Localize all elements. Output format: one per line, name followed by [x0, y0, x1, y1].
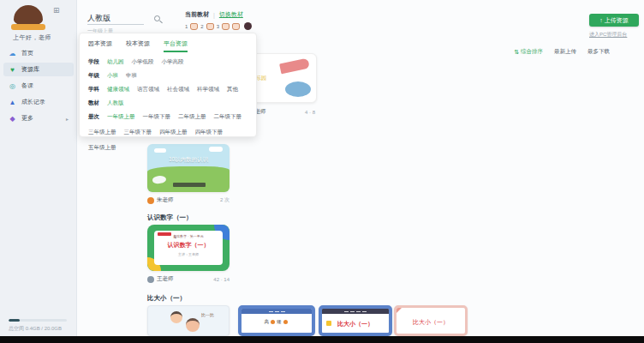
- storage-progress-bar: [9, 319, 67, 322]
- sidebar-item-more[interactable]: ◆ 更多 ▸: [3, 111, 74, 125]
- storage-meter: 总空间 0.4GB / 20.0GB: [9, 319, 69, 333]
- uploader-name: 朱老师: [157, 196, 174, 204]
- filter-label: 学科: [88, 86, 99, 93]
- pc-admin-link[interactable]: 进入PC管理后台: [589, 31, 627, 39]
- filter-option[interactable]: 三年级上册: [88, 129, 116, 136]
- sidebar-item-label: 备课: [21, 81, 33, 90]
- filter-option[interactable]: 小班: [107, 72, 118, 80]
- sidebar-item-home[interactable]: ☁ 首页: [3, 46, 74, 60]
- filter-option[interactable]: 中班: [126, 72, 137, 80]
- filter-option[interactable]: 二年级上册: [178, 113, 206, 121]
- bottom-letterbox-bar: [0, 336, 644, 343]
- card-caption: 王老师 42 · 14: [147, 275, 230, 283]
- filter-option[interactable]: 小学低段: [132, 58, 154, 66]
- resource-card[interactable]: 高矮: [238, 305, 315, 336]
- card-title: 比大小（一）: [397, 318, 465, 327]
- tab-platform-resources[interactable]: 平台资源: [164, 39, 188, 52]
- card-top-bar: [322, 309, 389, 314]
- unit-badge-icon[interactable]: [232, 23, 240, 30]
- filter-option[interactable]: 四年级上册: [159, 129, 188, 136]
- card-inner: 趣味数学 · 第一单元 认识数字（一） 主讲：王老师: [154, 231, 223, 265]
- avatar[interactable]: [244, 22, 252, 30]
- sidebar-item-label: 资源库: [21, 65, 39, 74]
- unit-badge-icon[interactable]: [190, 23, 198, 30]
- unit-badge-icon[interactable]: [222, 23, 230, 30]
- material-label: 当前教材: [185, 10, 209, 19]
- section-header: 认识数字（一）: [147, 214, 193, 222]
- sort-arrows-icon: ⇅: [514, 49, 519, 56]
- filter-label: 学段: [88, 58, 99, 66]
- resource-card[interactable]: 比大小（一）: [394, 305, 468, 336]
- filter-option[interactable]: 科学领域: [197, 86, 219, 93]
- card-subtitle: 主讲：王老师: [154, 252, 223, 256]
- sidebar-item-growth[interactable]: ▲ 成长记录: [3, 95, 74, 109]
- section-header: 比大小（一）: [147, 294, 186, 303]
- resource-card[interactable]: 比一比: [147, 305, 230, 336]
- filter-row-grade: 年级 小班 中班: [88, 72, 251, 80]
- filter-option[interactable]: 健康领域: [107, 86, 129, 93]
- app-window: ⊞ 上午好，老师 ☁ 首页 ♥ 资源库 ◎ 备课 ▲ 成长记录 ◆ 更多 ▸: [0, 0, 644, 343]
- card-title: 比大小（一）: [322, 320, 389, 328]
- filter-option[interactable]: 二年级下册: [214, 113, 242, 121]
- filter-row-textbook: 教材 人教版: [88, 99, 251, 107]
- filter-option[interactable]: 幼儿园: [107, 58, 124, 66]
- filter-option[interactable]: 一年级下册: [143, 113, 171, 121]
- filter-row-subject: 学科 健康领域 语言领域 社会领域 科学领域 其他: [88, 86, 251, 93]
- sort-bar: ⇅ 综合排序 最新上传 最多下载: [514, 48, 610, 56]
- filter-dropdown-panel: 园本资源 校本资源 平台资源 学段 幼儿园 小学低段 小学高段 年级 小班 中班…: [79, 33, 257, 137]
- filter-label: 教材: [88, 99, 99, 107]
- filter-row-stage: 学段 幼儿园 小学低段 小学高段: [88, 58, 251, 66]
- sidebar-item-label: 成长记录: [21, 98, 45, 106]
- filter-option[interactable]: 一年级上册: [107, 113, 135, 121]
- upload-button[interactable]: ↑ 上传资源: [589, 14, 639, 27]
- blue-blob-illustration: [285, 81, 311, 97]
- card-content: 高矮: [242, 319, 312, 325]
- sort-option-label: 综合排序: [521, 48, 543, 56]
- upload-arrow-icon: ↑: [599, 17, 603, 23]
- tab-campus-resources[interactable]: 校本资源: [126, 39, 150, 52]
- greeting-text: 上午好，老师: [13, 33, 51, 42]
- sidebar-nav: ☁ 首页 ♥ 资源库 ◎ 备课 ▲ 成长记录 ◆ 更多 ▸: [3, 46, 74, 128]
- filter-label: 年级: [88, 72, 99, 80]
- prep-ring-icon: ◎: [9, 82, 16, 90]
- unit-number: 3: [217, 24, 219, 29]
- search-input[interactable]: [87, 12, 144, 25]
- filter-row-volume: 册次 一年级上册 一年级下册 二年级上册 二年级下册 三年级上册 三年级下册 四…: [88, 113, 251, 152]
- sort-option-downloads[interactable]: 最多下载: [587, 48, 610, 56]
- divider: |: [213, 12, 215, 18]
- resource-card[interactable]: 趣味数学 · 第一单元 认识数字（一） 主讲：王老师: [147, 225, 230, 271]
- sort-option-newest[interactable]: 最新上传: [554, 48, 576, 56]
- search-icon[interactable]: [154, 15, 160, 21]
- card-top-bar: [242, 309, 312, 314]
- chevron-right-icon: ▸: [66, 116, 69, 122]
- filter-option[interactable]: 社会领域: [167, 86, 189, 93]
- material-switcher: 当前教材 | 切换教材: [185, 10, 243, 19]
- resource-card[interactable]: 比大小（一）: [319, 305, 392, 336]
- sidebar-item-resources[interactable]: ♥ 资源库: [3, 63, 74, 76]
- filter-option[interactable]: 三年级下册: [124, 129, 152, 136]
- sidebar-item-prep[interactable]: ◎ 备课: [3, 79, 74, 93]
- resource-heart-icon: ♥: [9, 66, 16, 74]
- red-tag-icon: [158, 232, 171, 236]
- tab-school-resources[interactable]: 园本资源: [88, 39, 112, 52]
- dot-icon: [283, 320, 288, 324]
- filter-option[interactable]: 语言领域: [137, 86, 159, 93]
- sort-option-default[interactable]: ⇅ 综合排序: [514, 48, 543, 56]
- more-diamond-icon: ◆: [9, 115, 16, 123]
- filter-option[interactable]: 四年级下册: [195, 129, 224, 136]
- card-caption: 朱老师 2 次: [147, 196, 230, 204]
- app-logo-base-icon: [11, 24, 45, 30]
- filter-option[interactable]: 五年级上册: [88, 144, 116, 152]
- filter-option[interactable]: 小学高段: [162, 58, 184, 66]
- switch-material-link[interactable]: 切换教材: [219, 10, 243, 19]
- compare-label: 高: [265, 319, 270, 324]
- filter-option[interactable]: 其他: [227, 86, 238, 93]
- filter-option[interactable]: 人教版: [107, 99, 124, 107]
- sidebar-item-label: 首页: [21, 49, 33, 57]
- growth-triangle-icon: ▲: [9, 99, 16, 106]
- unit-badge-icon[interactable]: [206, 23, 214, 30]
- app-grid-icon[interactable]: ⊞: [53, 6, 60, 15]
- unit-number: 1: [185, 24, 188, 29]
- sidebar-item-label: 更多: [21, 114, 33, 123]
- card-stats: 42 · 14: [213, 277, 230, 282]
